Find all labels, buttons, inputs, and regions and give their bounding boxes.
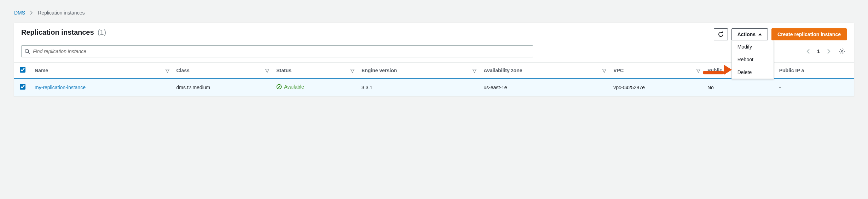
status-text: Available [284, 84, 304, 90]
search-icon [24, 49, 30, 54]
instance-name-link[interactable]: my-replication-instance [35, 85, 86, 90]
col-label: Name [35, 68, 48, 73]
sort-icon: ▽ [696, 68, 700, 73]
col-label: VPC [613, 68, 624, 73]
page-number: 1 [817, 49, 820, 54]
settings-button[interactable] [838, 47, 847, 56]
select-all-checkbox[interactable] [20, 67, 25, 73]
action-delete[interactable]: Delete [732, 66, 774, 79]
check-circle-icon [276, 84, 282, 90]
actions-dropdown: Modify Reboot Delete [731, 40, 774, 79]
actions-label: Actions [737, 32, 756, 37]
breadcrumb-root[interactable]: DMS [14, 10, 25, 16]
col-name[interactable]: Name▽ [31, 63, 173, 78]
col-ip[interactable]: Public IP a [776, 63, 854, 78]
panel-count: (1) [98, 28, 106, 36]
cell-public: No [704, 78, 776, 97]
search-input[interactable] [30, 46, 530, 56]
cell-ip: - [776, 78, 854, 97]
next-page-button[interactable] [826, 47, 832, 55]
svg-point-0 [25, 49, 29, 53]
sort-icon: ▽ [351, 68, 354, 73]
refresh-icon [718, 31, 724, 38]
cell-vpc: vpc-0425287e [610, 78, 704, 97]
col-label: Class [177, 68, 190, 73]
col-vpc[interactable]: VPC▽ [610, 63, 704, 78]
cell-class: dms.t2.medium [173, 78, 273, 97]
actions-button[interactable]: Actions [731, 28, 768, 40]
svg-line-1 [28, 52, 30, 54]
instances-table: Name▽ Class▽ Status▽ Engine version▽ Ava… [14, 62, 854, 97]
status-badge: Available [276, 84, 304, 90]
col-status[interactable]: Status▽ [273, 63, 358, 78]
col-label: Engine version [361, 68, 397, 73]
col-az[interactable]: Availability zone▽ [480, 63, 610, 78]
cell-engine: 3.3.1 [358, 78, 480, 97]
action-reboot[interactable]: Reboot [732, 53, 774, 66]
cell-az: us-east-1e [480, 78, 610, 97]
chevron-right-icon [30, 11, 33, 15]
create-button[interactable]: Create replication instance [771, 28, 847, 40]
breadcrumb-current: Replication instances [38, 10, 85, 16]
caret-up-icon [758, 33, 762, 36]
breadcrumb: DMS Replication instances [0, 7, 868, 23]
refresh-button[interactable] [714, 28, 728, 40]
sort-icon: ▽ [166, 68, 169, 73]
col-class[interactable]: Class▽ [173, 63, 273, 78]
prev-page-button[interactable] [805, 47, 811, 55]
row-checkbox[interactable] [20, 84, 25, 90]
sort-icon: ▽ [473, 68, 476, 73]
sort-icon: ▽ [602, 68, 606, 73]
search-box[interactable] [21, 45, 533, 57]
col-label: Availability zone [484, 68, 522, 73]
col-label: Public IP a [779, 68, 804, 73]
col-label: Status [276, 68, 291, 73]
table-row[interactable]: my-replication-instance dms.t2.medium Av… [14, 78, 854, 97]
sort-icon: ▽ [265, 68, 269, 73]
pager: 1 [805, 47, 847, 56]
create-label: Create replication instance [777, 32, 841, 37]
col-engine[interactable]: Engine version▽ [358, 63, 480, 78]
panel: Replication instances (1) Actions [14, 23, 854, 97]
header-actions: Actions Modify Reboot Delete [714, 28, 847, 40]
col-label: Public [707, 68, 722, 73]
panel-title: Replication instances [21, 28, 94, 36]
action-modify[interactable]: Modify [732, 40, 774, 53]
svg-point-2 [841, 51, 843, 52]
